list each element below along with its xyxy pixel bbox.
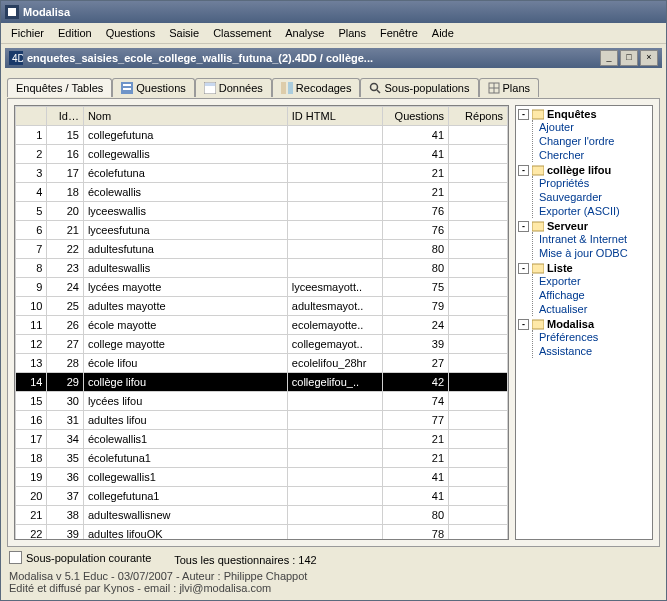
tab-recodages[interactable]: Recodages: [272, 78, 361, 97]
table-row[interactable]: 2239adultes lifouOK78: [16, 525, 508, 540]
col-idhtml[interactable]: ID HTML: [287, 107, 382, 126]
tree-item[interactable]: Chercher: [539, 148, 650, 162]
tree-item[interactable]: Mise à jour ODBC: [539, 246, 650, 260]
table-row[interactable]: 1936collegewallis141: [16, 468, 508, 487]
menu-saisie[interactable]: Saisie: [163, 25, 205, 41]
doc-minimize-button[interactable]: _: [600, 50, 618, 66]
table-row[interactable]: 1530lycées lifou74: [16, 392, 508, 411]
table-row[interactable]: 823adulteswallis80: [16, 259, 508, 278]
tab-plans[interactable]: Plans: [479, 78, 540, 97]
collapse-icon[interactable]: -: [518, 221, 529, 232]
table-row[interactable]: 115collegefutuna41: [16, 126, 508, 145]
table-row[interactable]: 1328école lifouecolelifou_28hr27: [16, 354, 508, 373]
doc-close-button[interactable]: ×: [640, 50, 658, 66]
cell: 41: [382, 145, 448, 164]
tree-group-header[interactable]: -collège lifou: [518, 164, 650, 176]
tab-enquetes[interactable]: Enquêtes / Tables: [7, 78, 112, 97]
cell: college mayotte: [83, 335, 287, 354]
svg-rect-17: [532, 166, 544, 175]
table-row[interactable]: 1835écolefutuna121: [16, 449, 508, 468]
table-row[interactable]: 520lyceeswallis76: [16, 202, 508, 221]
souspop-checkbox[interactable]: Sous-population courante: [9, 551, 151, 564]
tree-item[interactable]: Ajouter: [539, 120, 650, 134]
tree-item[interactable]: Intranet & Internet: [539, 232, 650, 246]
cell: école mayotte: [83, 316, 287, 335]
tree-item[interactable]: Affichage: [539, 288, 650, 302]
tree-group-header[interactable]: -Liste: [518, 262, 650, 274]
table-row[interactable]: 1734écolewallis121: [16, 430, 508, 449]
tree-item[interactable]: Changer l'ordre: [539, 134, 650, 148]
tree-group-header[interactable]: -Modalisa: [518, 318, 650, 330]
table-row[interactable]: 1631adultes lifou77: [16, 411, 508, 430]
table-row[interactable]: 216collegewallis41: [16, 145, 508, 164]
cell: [449, 411, 508, 430]
col-repons[interactable]: Répons: [449, 107, 508, 126]
table-row[interactable]: 722adultesfutuna80: [16, 240, 508, 259]
collapse-icon[interactable]: -: [518, 319, 529, 330]
cell: 18: [47, 183, 83, 202]
collapse-icon[interactable]: -: [518, 109, 529, 120]
tree-item[interactable]: Actualiser: [539, 302, 650, 316]
menu-analyse[interactable]: Analyse: [279, 25, 330, 41]
tab-questions[interactable]: Questions: [112, 78, 195, 97]
cell: [287, 145, 382, 164]
col-num[interactable]: [16, 107, 47, 126]
tree-group: -collège lifouPropriétésSauvegarderExpor…: [518, 164, 650, 218]
cell: adulteswallisnew: [83, 506, 287, 525]
col-questions[interactable]: Questions: [382, 107, 448, 126]
table-scroll[interactable]: Id… Nom ID HTML Questions Répons 115coll…: [15, 106, 508, 539]
tree-item[interactable]: Assistance: [539, 344, 650, 358]
menu-fichier[interactable]: Fichier: [5, 25, 50, 41]
cell: 75: [382, 278, 448, 297]
tree-item[interactable]: Exporter (ASCII): [539, 204, 650, 218]
menu-questions[interactable]: Questions: [100, 25, 162, 41]
menu-plans[interactable]: Plans: [332, 25, 372, 41]
svg-rect-18: [532, 222, 544, 231]
tree-group-title: Enquêtes: [547, 108, 597, 120]
tree-item[interactable]: Propriétés: [539, 176, 650, 190]
svg-rect-19: [532, 264, 544, 273]
tree-item[interactable]: Préférences: [539, 330, 650, 344]
collapse-icon[interactable]: -: [518, 165, 529, 176]
tree-group-header[interactable]: -Serveur: [518, 220, 650, 232]
menu-fenetre[interactable]: Fenêtre: [374, 25, 424, 41]
cell: [287, 183, 382, 202]
tree-item[interactable]: Sauvegarder: [539, 190, 650, 204]
tree-item[interactable]: Exporter: [539, 274, 650, 288]
cell: collegewallis: [83, 145, 287, 164]
questions-icon: [121, 82, 133, 94]
cell: 7: [16, 240, 47, 259]
col-id[interactable]: Id…: [47, 107, 83, 126]
table-row[interactable]: 1025adultes mayotteadultesmayot..79: [16, 297, 508, 316]
menu-edition[interactable]: Edition: [52, 25, 98, 41]
cell: 36: [47, 468, 83, 487]
menu-aide[interactable]: Aide: [426, 25, 460, 41]
tab-souspop[interactable]: Sous-populations: [360, 78, 478, 97]
tab-donnees[interactable]: Données: [195, 78, 272, 97]
table-row[interactable]: 418écolewallis21: [16, 183, 508, 202]
table-row[interactable]: 1429collège lifoucollegelifou_..42: [16, 373, 508, 392]
cell: [449, 392, 508, 411]
tree-children: ExporterAffichageActualiser: [532, 274, 650, 316]
table-row[interactable]: 2138adulteswallisnew80: [16, 506, 508, 525]
cell: lyceesmayott..: [287, 278, 382, 297]
side-panel[interactable]: -EnquêtesAjouterChanger l'ordreChercher-…: [515, 105, 653, 540]
cell: [287, 221, 382, 240]
table-row[interactable]: 621lyceesfutuna76: [16, 221, 508, 240]
doc-maximize-button[interactable]: □: [620, 50, 638, 66]
collapse-icon[interactable]: -: [518, 263, 529, 274]
cell: 41: [382, 468, 448, 487]
cell: 80: [382, 506, 448, 525]
cell: [287, 202, 382, 221]
tree-children: Intranet & InternetMise à jour ODBC: [532, 232, 650, 260]
menu-classement[interactable]: Classement: [207, 25, 277, 41]
cell: [449, 316, 508, 335]
table-row[interactable]: 2037collegefutuna141: [16, 487, 508, 506]
tree-group-header[interactable]: -Enquêtes: [518, 108, 650, 120]
table-row[interactable]: 1227college mayottecollegemayot..39: [16, 335, 508, 354]
table-row[interactable]: 317écolefutuna21: [16, 164, 508, 183]
table-row[interactable]: 924lycées mayottelyceesmayott..75: [16, 278, 508, 297]
col-nom[interactable]: Nom: [83, 107, 287, 126]
table-row[interactable]: 1126école mayotteecolemayotte..24: [16, 316, 508, 335]
cell: 9: [16, 278, 47, 297]
